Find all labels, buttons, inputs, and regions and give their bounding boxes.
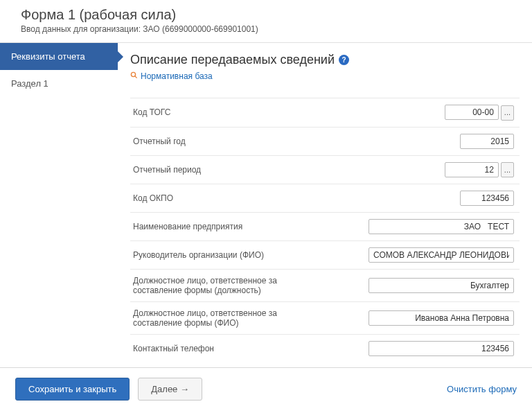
field-label: Руководитель организации (ФИО) [130, 241, 332, 270]
field-label: Контактный телефон [130, 335, 332, 363]
field-control [332, 302, 520, 335]
next-button[interactable]: Далее → [138, 378, 202, 401]
search-icon [130, 71, 138, 81]
field-label: Код ОКПО [130, 184, 332, 213]
section-title: Описание передаваемых сведений ? [130, 53, 520, 67]
field-control [332, 335, 520, 363]
lookup-button[interactable]: ... [501, 162, 514, 177]
form-row: Контактный телефон [130, 335, 520, 363]
sidebar-item-label: Раздел 1 [11, 78, 48, 89]
field-input[interactable] [369, 219, 514, 234]
field-control [332, 241, 520, 270]
svg-point-0 [131, 72, 135, 76]
sidebar-item-label: Реквизиты отчета [11, 51, 85, 62]
field-label: Код ТОГС [130, 98, 332, 128]
form-row: Код ОКПО [130, 184, 520, 213]
field-label: Должностное лицо, ответственное за соста… [130, 270, 332, 302]
page-title: Форма 1 (рабочая сила) [21, 7, 518, 23]
section-title-text: Описание передаваемых сведений [130, 53, 335, 67]
form-row: Код ТОГС... [130, 98, 520, 128]
field-label: Отчетный период [130, 155, 332, 184]
field-label: Отчетный год [130, 127, 332, 155]
save-close-button[interactable]: Сохранить и закрыть [15, 378, 130, 401]
form-row: Должностное лицо, ответственное за соста… [130, 302, 520, 335]
sidebar: Реквизиты отчета Раздел 1 [0, 43, 118, 367]
form-row: Отчетный период... [130, 155, 520, 184]
sidebar-item-report-details[interactable]: Реквизиты отчета [0, 43, 118, 70]
lookup-button[interactable]: ... [501, 105, 514, 121]
form-row: Наименование предприятия [130, 213, 520, 241]
sidebar-item-section-1[interactable]: Раздел 1 [0, 70, 118, 97]
footer: Сохранить и закрыть Далее → Очистить фор… [0, 367, 532, 404]
form-row: Руководитель организации (ФИО) [130, 241, 520, 270]
form-row: Отчетный год [130, 127, 520, 155]
field-control: ... [332, 155, 520, 184]
field-control [332, 270, 520, 302]
field-input[interactable] [445, 105, 499, 120]
field-input[interactable] [369, 341, 514, 356]
svg-line-1 [135, 76, 137, 78]
field-control: ... [332, 98, 520, 128]
field-control [332, 127, 520, 155]
field-control [332, 184, 520, 213]
field-label: Должностное лицо, ответственное за соста… [130, 302, 332, 335]
content-area: Описание передаваемых сведений ? Нормати… [118, 43, 532, 367]
form-table: Код ТОГС...Отчетный годОтчетный период..… [130, 98, 520, 362]
page-subtitle: Ввод данных для организации: ЗАО (669900… [21, 24, 518, 34]
normative-base-link-text: Нормативная база [141, 71, 213, 81]
field-input[interactable] [445, 162, 499, 177]
field-input[interactable] [369, 247, 514, 263]
page-header: Форма 1 (рабочая сила) Ввод данных для о… [0, 0, 532, 43]
field-input[interactable] [460, 191, 514, 206]
clear-form-link[interactable]: Очистить форму [447, 384, 517, 394]
main-area: Реквизиты отчета Раздел 1 Описание перед… [0, 43, 532, 367]
field-label: Наименование предприятия [130, 213, 332, 241]
form-row: Должностное лицо, ответственное за соста… [130, 270, 520, 302]
field-input[interactable] [369, 310, 514, 326]
normative-base-link[interactable]: Нормативная база [130, 71, 520, 81]
help-icon[interactable]: ? [339, 55, 349, 65]
field-input[interactable] [460, 134, 514, 149]
field-input[interactable] [369, 278, 514, 293]
field-control [332, 213, 520, 241]
